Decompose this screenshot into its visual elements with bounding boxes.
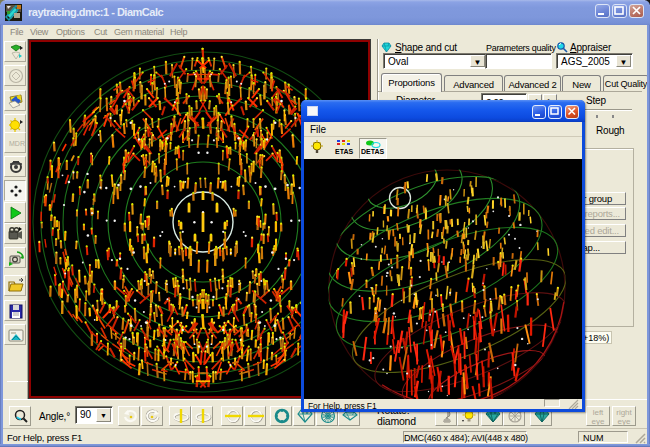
svg-text:MDR: MDR [9, 140, 25, 147]
svg-text:ETAS: ETAS [335, 148, 353, 155]
svg-text:DETAS: DETAS [361, 148, 385, 155]
